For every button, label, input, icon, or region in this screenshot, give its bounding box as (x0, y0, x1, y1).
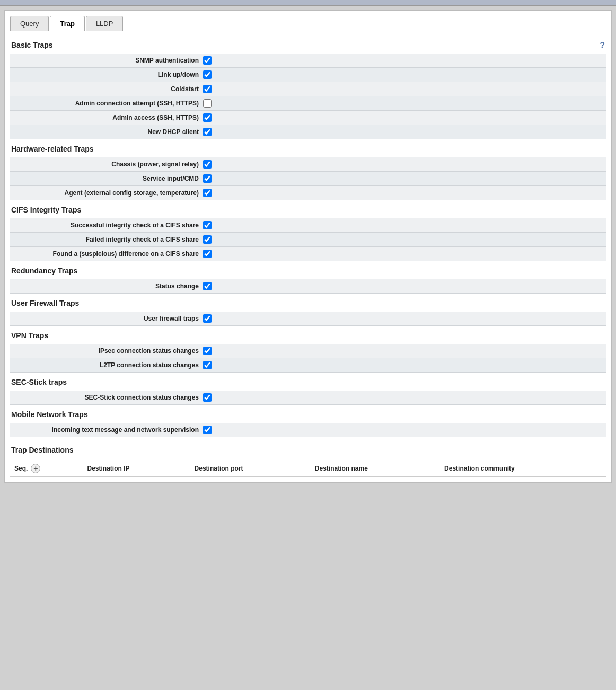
trap-section-2: CIFS Integrity TrapsSuccessful integrity… (10, 202, 606, 261)
trap-label: Failed integrity check of a CIFS share (12, 236, 203, 243)
dest-col-3: Destination name (311, 461, 440, 477)
trap-row: SNMP authentication (10, 54, 606, 68)
dest-col-2: Destination port (190, 461, 311, 477)
trap-label: SNMP authentication (12, 57, 203, 64)
trap-label: Admin connection attempt (SSH, HTTPS) (12, 100, 203, 107)
trap-row: Chassis (power, signal relay) (10, 157, 606, 172)
trap-label: Incoming text message and network superv… (12, 426, 203, 434)
tab-lldp[interactable]: LLDP (86, 16, 124, 31)
trap-row: IPsec connection status changes (10, 344, 606, 358)
trap-section-4: User Firewall TrapsUser firewall traps (10, 296, 606, 326)
trap-row: New DHCP client (10, 125, 606, 139)
trap-label: Coldstart (12, 85, 203, 93)
trap-label: Agent (external config storage, temperat… (12, 189, 203, 197)
trap-checkbox[interactable] (203, 235, 212, 244)
trap-checkbox[interactable] (203, 393, 212, 402)
trap-checkbox[interactable] (203, 70, 212, 79)
section-title-0: Basic Traps? (10, 38, 606, 52)
dest-col-4: Destination community (440, 461, 606, 477)
section-title-2: CIFS Integrity Traps (10, 202, 606, 217)
trap-row: Link up/down (10, 68, 606, 82)
section-title-3: Redundancy Traps (10, 263, 606, 278)
trap-label: User firewall traps (12, 315, 203, 322)
trap-checkbox[interactable] (203, 99, 212, 108)
trap-checkbox[interactable] (203, 426, 212, 434)
section-title-7: Mobile Network Traps (10, 407, 606, 422)
trap-checkbox[interactable] (203, 361, 212, 369)
add-destination-button[interactable]: + (31, 464, 40, 473)
section-title-1: Hardware-related Traps (10, 141, 606, 156)
trap-row: Incoming text message and network superv… (10, 423, 606, 437)
trap-label: L2TP connection status changes (12, 361, 203, 369)
trap-checkbox[interactable] (203, 314, 212, 323)
trap-row: Failed integrity check of a CIFS share (10, 233, 606, 247)
section-title-6: SEC-Stick traps (10, 375, 606, 390)
trap-checkbox[interactable] (203, 56, 212, 65)
destinations-table: Seq.+Destination IPDestination portDesti… (10, 461, 606, 477)
trap-section-7: Mobile Network TrapsIncoming text messag… (10, 407, 606, 437)
trap-section-0: Basic Traps?SNMP authenticationLink up/d… (10, 38, 606, 139)
trap-checkbox[interactable] (203, 85, 212, 93)
tab-trap[interactable]: Trap (50, 16, 84, 31)
trap-row: Service input/CMD (10, 172, 606, 186)
breadcrumb (0, 0, 616, 6)
trap-label: Link up/down (12, 71, 203, 78)
trap-section-6: SEC-Stick trapsSEC-Stick connection stat… (10, 375, 606, 405)
seq-label: Seq. (14, 465, 28, 472)
dest-col-0: Seq.+ (10, 461, 83, 477)
trap-destinations-title: Trap Destinations (10, 443, 606, 457)
trap-label: Successful integrity check of a CIFS sha… (12, 222, 203, 229)
trap-checkbox[interactable] (203, 113, 212, 122)
tab-query[interactable]: Query (10, 16, 49, 31)
trap-row: Agent (external config storage, temperat… (10, 186, 606, 200)
trap-row: User firewall traps (10, 312, 606, 326)
trap-checkbox[interactable] (203, 282, 212, 290)
trap-row: Status change (10, 279, 606, 294)
trap-checkbox[interactable] (203, 128, 212, 136)
help-icon[interactable]: ? (600, 41, 605, 50)
trap-section-3: Redundancy TrapsStatus change (10, 263, 606, 294)
trap-row: L2TP connection status changes (10, 358, 606, 373)
trap-row: Found a (suspicious) difference on a CIF… (10, 247, 606, 261)
trap-label: Service input/CMD (12, 175, 203, 182)
tab-bar: QueryTrapLLDP (10, 16, 606, 31)
trap-label: Chassis (power, signal relay) (12, 161, 203, 168)
trap-row: SEC-Stick connection status changes (10, 391, 606, 405)
trap-label: New DHCP client (12, 128, 203, 136)
trap-section-5: VPN TrapsIPsec connection status changes… (10, 328, 606, 373)
trap-label: SEC-Stick connection status changes (12, 394, 203, 401)
trap-row: Admin connection attempt (SSH, HTTPS) (10, 96, 606, 111)
trap-checkbox[interactable] (203, 347, 212, 355)
trap-checkbox[interactable] (203, 221, 212, 229)
trap-label: Found a (suspicious) difference on a CIF… (12, 250, 203, 258)
trap-section-1: Hardware-related TrapsChassis (power, si… (10, 141, 606, 200)
trap-row: Successful integrity check of a CIFS sha… (10, 218, 606, 233)
trap-row: Coldstart (10, 82, 606, 96)
trap-row: Admin access (SSH, HTTPS) (10, 111, 606, 125)
section-title-5: VPN Traps (10, 328, 606, 343)
trap-checkbox[interactable] (203, 160, 212, 169)
trap-label: Admin access (SSH, HTTPS) (12, 114, 203, 121)
trap-destinations-section: Trap Destinations Seq.+Destination IPDes… (10, 443, 606, 477)
trap-checkbox[interactable] (203, 174, 212, 183)
section-title-4: User Firewall Traps (10, 296, 606, 311)
trap-checkbox[interactable] (203, 189, 212, 197)
dest-col-1: Destination IP (83, 461, 190, 477)
trap-label: IPsec connection status changes (12, 347, 203, 355)
trap-label: Status change (12, 282, 203, 290)
trap-checkbox[interactable] (203, 250, 212, 258)
